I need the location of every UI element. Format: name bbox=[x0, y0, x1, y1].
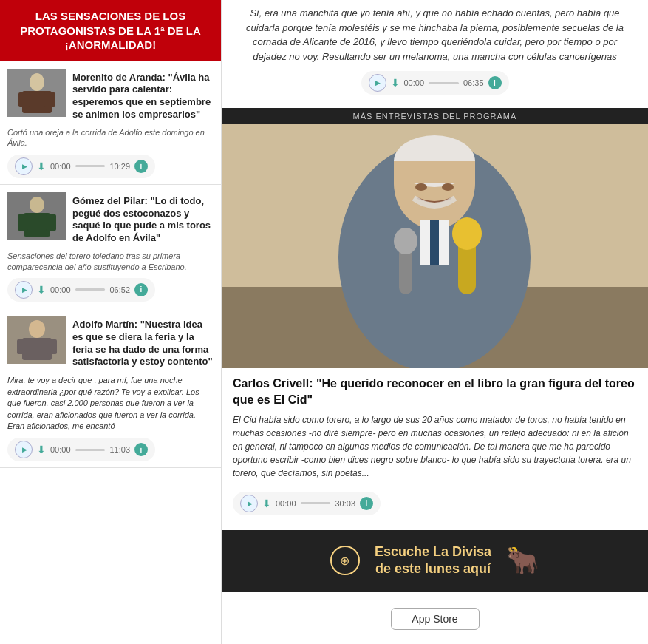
svg-rect-8 bbox=[18, 214, 28, 231]
right-top-time-bar[interactable] bbox=[429, 82, 459, 84]
gomez-time-current: 00:00 bbox=[50, 285, 71, 294]
svg-point-29 bbox=[442, 183, 454, 191]
banner-ad[interactable]: ⊕ Escuche La Divisa de este lunes aquí 🐂 bbox=[222, 530, 648, 592]
svg-rect-3 bbox=[18, 92, 30, 107]
adolfo-content: Adolfo Martín: "Nuestra idea es que se d… bbox=[72, 319, 214, 372]
svg-rect-14 bbox=[47, 339, 57, 354]
adolfo-time-total: 11:03 bbox=[109, 445, 130, 454]
svg-point-1 bbox=[30, 73, 44, 91]
morenito-title: Morenito de Aranda: "Ávila ha servido pa… bbox=[72, 72, 214, 122]
gomez-content: Gómez del Pilar: "Lo di todo, pegué dos … bbox=[72, 195, 214, 248]
svg-rect-13 bbox=[17, 339, 27, 354]
adolfo-audio-player: ⬇ 00:00 11:03 i bbox=[7, 438, 155, 461]
morenito-time-current: 00:00 bbox=[50, 162, 71, 171]
featured-time-total: 30:03 bbox=[335, 499, 355, 508]
featured-play-button[interactable] bbox=[240, 495, 258, 512]
right-top-section: Sí, era una manchita que yo tenía ahí, y… bbox=[222, 6, 648, 108]
svg-point-23 bbox=[452, 217, 482, 250]
gomez-info-button[interactable]: i bbox=[134, 283, 148, 296]
gomez-play-button[interactable] bbox=[15, 281, 33, 299]
svg-rect-4 bbox=[44, 92, 55, 107]
morenito-info-button[interactable]: i bbox=[134, 160, 148, 173]
featured-article-title: Carlos Crivell: "He querido reconocer en… bbox=[222, 368, 648, 413]
right-top-info-button[interactable]: i bbox=[488, 76, 502, 89]
svg-point-11 bbox=[29, 320, 45, 338]
morenito-audio-player: ⬇ 00:00 10:29 i bbox=[7, 155, 155, 178]
gomez-time-bar[interactable] bbox=[75, 288, 106, 291]
morenito-time-total: 10:29 bbox=[109, 162, 130, 171]
featured-download-icon[interactable]: ⬇ bbox=[262, 498, 271, 509]
article-thumb-gomez bbox=[7, 192, 66, 240]
article-morenito: Morenito de Aranda: "Ávila ha servido pa… bbox=[0, 61, 221, 185]
featured-time-current: 00:00 bbox=[276, 499, 296, 508]
banner-logo-icon: ⊕ bbox=[330, 546, 360, 575]
featured-info-button[interactable]: i bbox=[360, 497, 373, 510]
svg-point-28 bbox=[415, 183, 427, 191]
adolfo-title: Adolfo Martín: "Nuestra idea es que se d… bbox=[72, 319, 214, 369]
article-thumb-morenito bbox=[7, 69, 66, 117]
article-thumb-adolfo bbox=[7, 316, 66, 364]
gomez-title: Gómez del Pilar: "Lo di todo, pegué dos … bbox=[72, 195, 214, 245]
bull-icon: 🐂 bbox=[506, 545, 539, 576]
left-column: LAS SENSACIONES DE LOS PROTAGONISTAS DE … bbox=[0, 0, 222, 644]
right-column: Sí, era una manchita que yo tenía ahí, y… bbox=[222, 0, 648, 644]
gomez-audio-player: ⬇ 00:00 06:52 i bbox=[7, 278, 155, 302]
right-top-time-total: 06:35 bbox=[463, 78, 484, 87]
morenito-subtitle: Cortó una oreja a la corrida de Adolfo e… bbox=[7, 127, 214, 149]
morenito-content: Morenito de Aranda: "Ávila ha servido pa… bbox=[72, 72, 214, 125]
adolfo-info-button[interactable]: i bbox=[134, 443, 148, 456]
featured-audio-player: ⬇ 00:00 30:03 i bbox=[233, 492, 381, 515]
adolfo-play-button[interactable] bbox=[15, 441, 33, 458]
gomez-download-icon[interactable]: ⬇ bbox=[37, 284, 46, 296]
featured-image bbox=[222, 124, 648, 368]
article-adolfo: Adolfo Martín: "Nuestra idea es que se d… bbox=[0, 308, 221, 469]
gomez-time-total: 06:52 bbox=[109, 285, 130, 294]
section-header: MÁS ENTREVISTAS DEL PROGRAMA bbox=[222, 108, 648, 124]
svg-rect-21 bbox=[394, 161, 475, 183]
article-gomez: Gómez del Pilar: "Lo di todo, pegué dos … bbox=[0, 185, 221, 308]
right-top-quote: Sí, era una manchita que yo tenía ahí, y… bbox=[233, 6, 637, 64]
banner-ad-text: Escuche La Divisa de este lunes aquí bbox=[375, 543, 491, 578]
right-top-download-icon[interactable]: ⬇ bbox=[391, 77, 400, 89]
morenito-download-icon[interactable]: ⬇ bbox=[37, 160, 46, 172]
right-top-play-button[interactable] bbox=[369, 74, 386, 92]
right-top-time-current: 00:00 bbox=[404, 78, 425, 87]
adolfo-time-current: 00:00 bbox=[50, 445, 71, 454]
hero-banner: LAS SENSACIONES DE LOS PROTAGONISTAS DE … bbox=[0, 0, 221, 61]
morenito-time-bar[interactable] bbox=[75, 165, 106, 167]
right-top-audio-player: ⬇ 00:00 06:35 i bbox=[361, 71, 509, 95]
featured-time-bar[interactable] bbox=[301, 502, 331, 504]
svg-rect-9 bbox=[46, 214, 56, 231]
svg-point-25 bbox=[394, 228, 417, 254]
gomez-subtitle: Sensaciones del torero toledano tras su … bbox=[7, 251, 214, 272]
adolfo-download-icon[interactable]: ⬇ bbox=[37, 444, 46, 455]
page-layout: LAS SENSACIONES DE LOS PROTAGONISTAS DE … bbox=[0, 0, 648, 644]
featured-article-body: El Cid había sido como torero, a lo larg… bbox=[222, 413, 648, 486]
adolfo-time-bar[interactable] bbox=[75, 449, 106, 451]
svg-rect-27 bbox=[430, 220, 439, 265]
app-store-button[interactable]: App Store bbox=[391, 608, 480, 630]
morenito-play-button[interactable] bbox=[15, 157, 33, 175]
adolfo-quote: Mira, te voy a decir que , para mí, fue … bbox=[7, 375, 214, 432]
svg-point-6 bbox=[30, 197, 44, 213]
